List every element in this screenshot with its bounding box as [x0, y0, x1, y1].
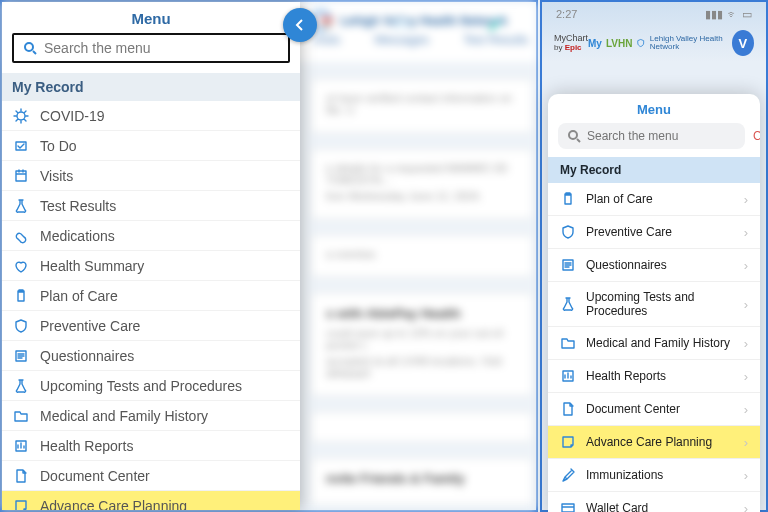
chevron-right-icon: › — [744, 192, 748, 207]
search-icon — [22, 40, 38, 56]
background-card: a overdue. — [312, 236, 532, 276]
shield-icon — [636, 37, 645, 49]
cancel-button[interactable]: Cancel — [753, 129, 760, 143]
flask-icon — [560, 296, 576, 312]
menu-item-immunizations[interactable]: Immunizations› — [548, 459, 760, 492]
menu-item-medical-and-family-history[interactable]: Medical and Family History› — [548, 327, 760, 360]
chevron-right-icon: › — [744, 501, 748, 513]
form-icon — [12, 347, 30, 365]
search-input[interactable] — [587, 129, 737, 143]
nav-messages[interactable]: ✉️Messages — [374, 17, 429, 47]
menu-item-questionnaires[interactable]: Questionnaires› — [548, 249, 760, 282]
report-icon — [12, 437, 30, 455]
search-icon — [566, 128, 582, 144]
flask-icon — [12, 197, 30, 215]
menu-item-label: Upcoming Tests and Procedures — [40, 378, 242, 394]
section-header: My Record — [2, 73, 300, 101]
pill-icon — [12, 227, 30, 245]
menu-item-label: Medical and Family History — [586, 336, 744, 350]
menu-panel: Menu My Record COVID-19To DoVisitsTest R… — [2, 2, 300, 510]
menu-item-label: Plan of Care — [40, 288, 118, 304]
menu-item-plan-of-care[interactable]: Plan of Care› — [548, 183, 760, 216]
menu-title: Menu — [12, 10, 290, 33]
menu-item-document-center[interactable]: Document Center› — [548, 393, 760, 426]
menu-item-visits[interactable]: Visits — [2, 161, 300, 191]
signal-icon: ▮▮▮ — [705, 8, 723, 21]
menu-item-plan-of-care[interactable]: Plan of Care — [2, 281, 300, 311]
menu-item-label: Advance Care Planning — [40, 498, 187, 511]
search-box[interactable] — [558, 123, 745, 149]
background-card: ot have verified contact information on … — [312, 80, 532, 132]
card-icon — [560, 500, 576, 512]
avatar[interactable]: V — [732, 30, 754, 56]
menu-item-label: Document Center — [40, 468, 150, 484]
menu-item-health-reports[interactable]: Health Reports — [2, 431, 300, 461]
menu-item-to-do[interactable]: To Do — [2, 131, 300, 161]
menu-item-label: Wallet Card — [586, 501, 744, 512]
folder-icon — [560, 335, 576, 351]
lvhn-logo: MyLVHN Lehigh Valley Health Network — [588, 35, 732, 51]
clipboard-icon — [560, 191, 576, 207]
menu-item-label: Upcoming Tests and Procedures — [586, 290, 744, 318]
menu-item-document-center[interactable]: Document Center — [2, 461, 300, 491]
menu-item-health-summary[interactable]: Health Summary — [2, 251, 300, 281]
menu-item-label: Visits — [40, 168, 73, 184]
chevron-right-icon: › — [744, 468, 748, 483]
menu-item-label: Health Reports — [40, 438, 133, 454]
menu-item-label: Medications — [40, 228, 115, 244]
menu-item-label: Health Reports — [586, 369, 744, 383]
menu-item-upcoming-tests-and-procedures[interactable]: Upcoming Tests and Procedures — [2, 371, 300, 401]
menu-item-label: COVID-19 — [40, 108, 105, 124]
svg-point-0 — [25, 43, 33, 51]
note-icon — [12, 497, 30, 511]
chevron-right-icon: › — [744, 297, 748, 312]
menu-item-medical-and-family-history[interactable]: Medical and Family History — [2, 401, 300, 431]
menu-sheet: Menu Cancel My Record Plan of Care›Preve… — [548, 94, 760, 512]
desktop-panel: Lehigh Valley Health Network 📅Visits ✉️M… — [0, 0, 538, 512]
doc-icon — [560, 401, 576, 417]
chevron-right-icon: › — [744, 258, 748, 273]
menu-item-label: Plan of Care — [586, 192, 744, 206]
brand-row: MyChart by Epic MyLVHN Lehigh Valley Hea… — [542, 26, 766, 64]
menu-list: COVID-19To DoVisitsTest ResultsMedicatio… — [2, 101, 300, 510]
shield-icon — [560, 224, 576, 240]
menu-item-health-reports[interactable]: Health Reports› — [548, 360, 760, 393]
chevron-right-icon: › — [744, 369, 748, 384]
shield-icon — [12, 317, 30, 335]
report-icon — [560, 368, 576, 384]
search-input[interactable] — [44, 40, 280, 56]
menu-item-questionnaires[interactable]: Questionnaires — [2, 341, 300, 371]
nav-test-results[interactable]: 🧪Test Results — [463, 17, 528, 47]
menu-item-wallet-card[interactable]: Wallet Card› — [548, 492, 760, 512]
menu-item-advance-care-planning[interactable]: Advance Care Planning — [2, 491, 300, 510]
virus-icon — [12, 107, 30, 125]
menu-item-label: Questionnaires — [586, 258, 744, 272]
mobile-panel: 2:27 ▮▮▮ ᯤ ▭ MyChart by Epic MyLVHN Lehi… — [540, 0, 768, 512]
menu-item-preventive-care[interactable]: Preventive Care› — [548, 216, 760, 249]
menu-item-preventive-care[interactable]: Preventive Care — [2, 311, 300, 341]
chevron-right-icon: › — [744, 225, 748, 240]
menu-item-test-results[interactable]: Test Results — [2, 191, 300, 221]
chevron-right-icon: › — [744, 336, 748, 351]
menu-item-medications[interactable]: Medications — [2, 221, 300, 251]
background-card: s with AblePay Healthcould save up to 13… — [312, 294, 532, 395]
menu-item-upcoming-tests-and-procedures[interactable]: Upcoming Tests and Procedures› — [548, 282, 760, 327]
status-indicators: ▮▮▮ ᯤ ▭ — [705, 8, 752, 21]
menu-item-label: Immunizations — [586, 468, 744, 482]
search-box[interactable] — [12, 33, 290, 63]
back-button[interactable] — [283, 8, 317, 42]
menu-item-covid-19[interactable]: COVID-19 — [2, 101, 300, 131]
background-card: nvite Friends & Family — [312, 459, 532, 504]
doc-icon — [12, 467, 30, 485]
menu-item-label: Advance Care Planning — [586, 435, 744, 449]
mychart-logo: MyChart by Epic — [554, 34, 588, 52]
heart-icon — [12, 257, 30, 275]
menu-item-label: Questionnaires — [40, 348, 134, 364]
section-header: My Record — [548, 157, 760, 183]
menu-item-advance-care-planning[interactable]: Advance Care Planning› — [548, 426, 760, 459]
svg-point-1 — [569, 131, 577, 139]
chevron-right-icon: › — [744, 402, 748, 417]
form-icon — [560, 257, 576, 273]
menu-item-label: Document Center — [586, 402, 744, 416]
flask-icon — [12, 377, 30, 395]
